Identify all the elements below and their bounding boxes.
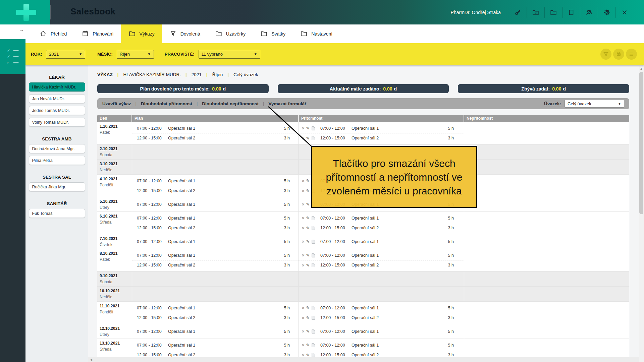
sidebar-item-staff[interactable]: Volný Tomáš MUDr. [29,118,85,127]
sidebar-item-staff[interactable]: Jan Novák MUDr. [29,94,85,103]
printer-icon[interactable] [613,49,624,60]
edit-pencil-icon[interactable]: ✎ [306,189,310,193]
tab-uzávěrky[interactable]: Uzávěrky [208,24,253,43]
pracoviste-select[interactable]: 11 vybráno▼ [199,50,260,59]
edit-pencil-icon[interactable]: ✎ [306,316,310,320]
tab-výkazy[interactable]: Výkazy [121,24,162,43]
delete-icon[interactable]: × [302,239,305,244]
tab-svátky[interactable]: Svátky [253,24,293,43]
rok-select[interactable]: 2021▼ [46,50,85,59]
scroll-left-icon[interactable]: ◀ [88,358,92,361]
shift-hours: 3 h [438,136,464,140]
uvazek-select[interactable]: Celý úvazek▼ [565,100,624,108]
copy-document-icon[interactable] [312,126,315,130]
sidebar-item-staff[interactable]: Hlavička Kazimír MUDr. [29,82,85,92]
delete-icon[interactable]: × [302,202,305,206]
copy-document-icon[interactable] [312,343,315,347]
folder-icon[interactable] [544,7,562,18]
copy-document-icon[interactable] [312,216,315,220]
toolbar-button-vymazat-formul-[interactable]: Vymazat formulář [268,101,306,106]
table-row: 13.10.2021 Středa 07:00 - 12:00 Operační… [97,339,629,357]
summary-pills: Plán dovolené pro tento měsíc:0.00dAktuá… [97,84,629,93]
users-icon[interactable] [580,7,598,18]
copy-document-icon[interactable] [312,353,315,357]
chevron-down-icon: ▼ [79,52,82,56]
folder-note-icon[interactable]: N [527,7,544,18]
delete-icon[interactable]: × [302,126,305,130]
sidebar-item-staff[interactable]: Ručička Jirka Mgr. [29,182,85,191]
collapse-arrow-icon[interactable]: → [19,27,24,33]
horizontal-scrollbar[interactable]: ◀ [88,357,639,362]
edit-pencil-icon[interactable]: ✎ [306,136,310,140]
mesic-select[interactable]: Říjen▼ [117,50,154,59]
shift-actions: × ✎ [302,263,320,267]
tab-nastavení[interactable]: Nastavení [293,24,340,43]
sidebar-item-staff[interactable]: Docházková Jana Mgr. [29,144,85,153]
delete-icon[interactable]: × [302,343,305,347]
toolbar-button-uzav-t-v-kaz[interactable]: Uzavřít výkaz [102,101,131,106]
medical-cross-icon [16,4,36,21]
delete-icon[interactable]: × [302,226,305,230]
menu-icon[interactable] [626,49,637,60]
gear-icon[interactable] [598,7,615,18]
edit-pencil-icon[interactable]: ✎ [306,202,310,206]
edit-pencil-icon[interactable]: ✎ [306,353,310,357]
delete-icon[interactable]: × [302,189,305,193]
toolbar-button-dlouhodob-nep-tomnost[interactable]: Dlouhodobá nepřítomnost [202,101,259,106]
tab-label: Přehled [51,31,67,37]
delete-icon[interactable]: × [302,253,305,257]
sidebar-item-staff[interactable]: Fuk Tomáš [29,209,85,218]
shift-place: Operační sál 2 [352,353,438,357]
window-icon[interactable] [562,7,580,18]
edit-pencil-icon[interactable]: ✎ [306,306,310,310]
row-date: 4.10.2021 [100,177,130,181]
vertical-scrollbar[interactable]: ▲ [639,66,644,362]
tab-plánování[interactable]: Plánování [74,24,121,43]
pill-value: 0.00 [552,86,561,92]
shift-hours: 5 h [273,216,299,221]
sidebar-item-staff[interactable]: Jedno Tomáš MUDr. [29,106,85,115]
edit-pencil-icon[interactable]: ✎ [306,226,310,230]
edit-pencil-icon[interactable]: ✎ [306,329,310,334]
sidebar-item-staff[interactable]: Pilná Petra [29,156,85,165]
tab-label: Svátky [271,31,285,37]
checklist-tile[interactable]: ✓ ✓ ○ [0,39,25,74]
plan-cell: 07:00 - 12:00 Operační sál 1 5 h 12:00 -… [132,339,299,357]
delete-icon[interactable]: × [302,329,305,334]
toolbar-button-dlouhodob-p-tomnost[interactable]: Dlouhodobá přítomnost [141,101,192,106]
copy-document-icon[interactable] [312,253,315,257]
copy-document-icon[interactable] [312,263,315,267]
copy-document-icon[interactable] [312,136,315,140]
delete-icon[interactable]: × [302,263,305,267]
filter-icon[interactable] [600,49,611,60]
edit-pencil-icon[interactable]: ✎ [306,216,310,220]
vertical-scrollbar-thumb[interactable] [639,72,643,214]
delete-icon[interactable]: × [302,179,305,183]
copy-document-icon[interactable] [312,226,315,230]
plan-cell: 07:00 - 12:00 Operační sál 1 5 h [132,197,299,212]
edit-pencil-icon[interactable]: ✎ [306,263,310,267]
delete-icon[interactable]: × [302,136,305,140]
edit-pencil-icon[interactable]: ✎ [306,179,310,183]
scroll-up-icon[interactable]: ▲ [639,66,644,70]
edit-pencil-icon[interactable]: ✎ [306,239,310,244]
delete-icon[interactable]: × [302,353,305,357]
row-date: 11.10.2021 [100,304,130,308]
edit-pencil-icon[interactable]: ✎ [306,126,310,130]
copy-document-icon[interactable] [312,316,315,320]
key-icon[interactable] [509,7,527,18]
edit-pencil-icon[interactable]: ✎ [306,253,310,257]
absence-cell [464,324,629,339]
edit-pencil-icon[interactable]: ✎ [306,343,310,347]
copy-document-icon[interactable] [312,329,315,334]
tab-dovolená[interactable]: Dovolená [162,24,208,43]
tab-přehled[interactable]: Přehled [32,24,74,43]
copy-document-icon[interactable] [312,306,315,310]
delete-icon[interactable]: × [302,306,305,310]
close-icon[interactable] [615,7,633,18]
day-cell: 6.10.2021 Středa [97,212,132,234]
delete-icon[interactable]: × [302,216,305,220]
shift-hours: 3 h [438,263,464,267]
copy-document-icon[interactable] [312,240,315,244]
delete-icon[interactable]: × [302,316,305,320]
